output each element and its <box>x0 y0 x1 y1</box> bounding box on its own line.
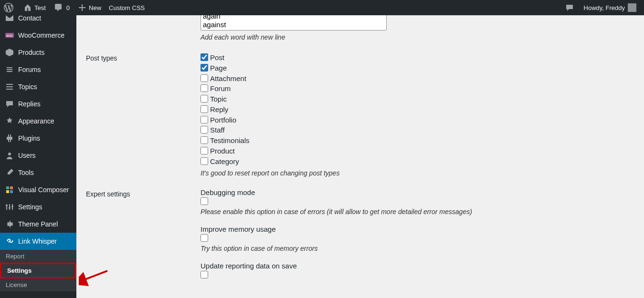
home-icon <box>23 3 32 12</box>
sidebar-item-topics[interactable]: Topics <box>0 78 76 95</box>
post-type-option[interactable]: Category <box>201 156 634 167</box>
post-type-option[interactable]: Post <box>201 52 634 63</box>
sidebar-item-plugins[interactable]: Plugins <box>0 130 76 147</box>
new-content-link[interactable]: New <box>74 0 105 15</box>
expert-option-title: Update reporting data on save <box>201 262 634 270</box>
expert-option-title: Debugging mode <box>201 188 634 196</box>
post-type-checkbox[interactable] <box>201 74 208 82</box>
sidebar-item-appearance[interactable]: Appearance <box>0 113 76 130</box>
post-type-option[interactable]: Reply <box>201 104 634 115</box>
comments-count: 0 <box>66 4 70 11</box>
link-whisper-submenu: Report Settings License <box>0 250 76 291</box>
settings-icon <box>5 202 14 212</box>
notification-link[interactable] <box>561 0 580 15</box>
post-type-checkbox[interactable] <box>201 116 208 123</box>
words-help: Add each word with new line <box>201 33 634 41</box>
submenu-license[interactable]: License <box>0 278 76 291</box>
main-content: againagainst Add each word with new line… <box>76 15 644 298</box>
forums-icon <box>5 65 14 74</box>
comments-link[interactable]: 0 <box>50 0 74 15</box>
plugins-icon <box>5 134 14 143</box>
post-type-checkbox[interactable] <box>201 136 208 144</box>
site-home-link[interactable]: Test <box>19 0 50 15</box>
visual-composer-icon <box>5 185 14 195</box>
expert-option: Debugging modePlease enable this option … <box>201 188 634 216</box>
topics-icon <box>5 82 14 92</box>
replies-icon <box>5 99 14 109</box>
expert-option: Update reporting data on save <box>201 262 634 280</box>
products-icon <box>5 48 14 57</box>
expert-option-checkbox[interactable] <box>201 271 208 278</box>
svg-point-2 <box>8 153 11 155</box>
sidebar-item-forums[interactable]: Forums <box>0 61 76 78</box>
expert-option: Improve memory usageTry this option in c… <box>201 225 634 252</box>
tools-icon <box>5 168 14 177</box>
plus-icon <box>77 3 87 12</box>
svg-rect-5 <box>6 190 9 193</box>
admin-bar: Test 0 New Custom CSS Howdy, Freddy <box>0 0 644 15</box>
post-types-label: Post types <box>86 52 201 62</box>
account-link[interactable]: Howdy, Freddy <box>580 0 640 15</box>
submenu-report[interactable]: Report <box>0 250 76 263</box>
wordpress-icon <box>4 3 13 12</box>
woocommerce-icon: woo <box>5 31 14 40</box>
post-types-list: PostPageAttachmentForumTopicReplyPortfol… <box>201 52 634 166</box>
post-type-option[interactable]: Portfolio <box>201 115 634 125</box>
post-type-checkbox[interactable] <box>201 126 208 134</box>
post-type-option[interactable]: Attachment <box>201 73 634 84</box>
post-type-checkbox[interactable] <box>201 84 208 92</box>
sidebar-item-contact[interactable]: Contact <box>0 15 76 27</box>
post-type-checkbox[interactable] <box>201 64 208 72</box>
new-label: New <box>89 4 101 11</box>
svg-rect-4 <box>10 186 13 189</box>
svg-rect-6 <box>10 190 13 193</box>
post-type-checkbox[interactable] <box>201 95 208 103</box>
word-option[interactable]: against <box>201 21 386 29</box>
post-type-option[interactable]: Topic <box>201 94 634 104</box>
expert-option-checkbox[interactable] <box>201 234 208 242</box>
expert-option-title: Improve memory usage <box>201 225 634 233</box>
expert-option-help: Please enable this option in case of err… <box>201 208 634 216</box>
post-type-option[interactable]: Product <box>201 146 634 156</box>
gear-icon <box>5 219 14 229</box>
speech-icon <box>565 3 574 12</box>
expert-option-help: Try this option in case of memory errors <box>201 245 634 252</box>
sidebar-item-visual-composer[interactable]: Visual Composer <box>0 181 76 198</box>
post-types-help: It's good to reset report on changing po… <box>201 169 634 177</box>
submenu-settings[interactable]: Settings <box>0 263 76 278</box>
post-type-checkbox[interactable] <box>201 53 208 61</box>
svg-rect-11 <box>9 207 11 208</box>
post-type-checkbox[interactable] <box>201 105 208 113</box>
svg-rect-12 <box>11 206 13 207</box>
expert-option-checkbox[interactable] <box>201 197 208 205</box>
wp-logo[interactable] <box>0 0 19 15</box>
svg-text:woo: woo <box>6 34 13 37</box>
word-option[interactable]: again <box>201 15 386 21</box>
sidebar-item-settings[interactable]: Settings <box>0 198 76 216</box>
post-type-option[interactable]: Testimonials <box>201 135 634 146</box>
users-icon <box>5 151 14 160</box>
sidebar-item-replies[interactable]: Replies <box>0 95 76 113</box>
custom-css-link[interactable]: Custom CSS <box>105 0 148 15</box>
post-type-option[interactable]: Staff <box>201 125 634 135</box>
post-type-option[interactable]: Forum <box>201 83 634 94</box>
link-whisper-icon <box>5 236 14 246</box>
avatar <box>628 3 636 12</box>
contact-icon <box>5 15 14 23</box>
sidebar-item-products[interactable]: Products <box>0 44 76 61</box>
sidebar-item-users[interactable]: Users <box>0 147 76 164</box>
sidebar-item-tools[interactable]: Tools <box>0 164 76 181</box>
svg-rect-8 <box>9 204 10 210</box>
post-type-checkbox[interactable] <box>201 147 208 154</box>
words-select[interactable]: againagainst <box>201 15 387 31</box>
sidebar-item-theme-panel[interactable]: Theme Panel <box>0 216 76 233</box>
sidebar-item-woocommerce[interactable]: woo WooCommerce <box>0 27 76 44</box>
post-type-checkbox[interactable] <box>201 157 208 165</box>
sidebar-item-link-whisper[interactable]: Link Whisper <box>0 233 76 250</box>
admin-sidebar: Contact woo WooCommerce Products Forums … <box>0 15 76 298</box>
svg-rect-10 <box>6 205 8 206</box>
post-type-option[interactable]: Page <box>201 63 634 73</box>
comment-icon <box>53 3 63 12</box>
svg-rect-7 <box>6 204 7 210</box>
howdy-text: Howdy, Freddy <box>584 4 625 11</box>
